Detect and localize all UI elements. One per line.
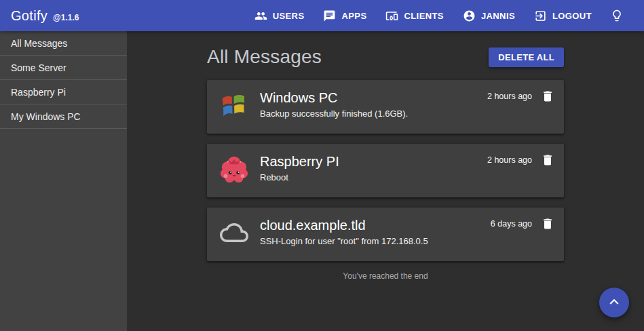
message-timestamp: 2 hours ago — [487, 90, 532, 103]
brand: Gotify @1.1.6 — [11, 8, 79, 24]
nav-account-label: JANNIS — [481, 11, 515, 21]
message-timestamp: 2 hours ago — [487, 153, 532, 167]
nav-apps-label: APPS — [341, 11, 366, 21]
nav-logout-label: LOGOUT — [552, 11, 592, 21]
top-nav: USERS APPS CLIENTS JANNIS LOGOUT — [247, 3, 628, 28]
chevron-up-icon — [605, 293, 623, 313]
apps-icon — [323, 9, 336, 22]
sidebar-item-my-windows-pc[interactable]: My Windows PC — [0, 104, 127, 129]
message-timestamp: 6 days ago — [491, 217, 532, 231]
nav-users-label: USERS — [273, 11, 305, 21]
message-list: Windows PC Backup successfully finished … — [207, 80, 564, 261]
raspberry-logo — [219, 153, 250, 184]
sidebar-item-label: All Messages — [11, 38, 67, 49]
message-card-cloud: cloud.example.tld SSH-Login for user "ro… — [207, 208, 564, 261]
sidebar-item-some-server[interactable]: Some Server — [0, 56, 127, 80]
logout-icon — [534, 9, 547, 22]
app-version: @1.1.6 — [53, 13, 79, 22]
app-title: Gotify — [11, 8, 48, 24]
trash-icon — [541, 153, 554, 167]
message-card-raspberry-pi: Raspberry PI Reboot 2 hours ago — [207, 144, 564, 197]
sidebar-item-raspberry-pi[interactable]: Raspberry Pi — [0, 80, 127, 104]
trash-icon — [541, 90, 554, 103]
theme-toggle-button[interactable] — [603, 3, 628, 28]
nav-apps-button[interactable]: APPS — [316, 4, 374, 28]
message-body: Reboot — [260, 172, 487, 182]
message-title: Windows PC — [260, 89, 487, 106]
nav-users-button[interactable]: USERS — [247, 4, 312, 28]
sidebar-item-label: Some Server — [11, 62, 67, 73]
clients-icon — [385, 9, 398, 22]
account-icon — [463, 9, 476, 22]
lightbulb-icon — [610, 9, 624, 22]
app-bar: Gotify @1.1.6 USERS APPS CLIENTS JANNIS — [0, 0, 644, 31]
sidebar-item-label: My Windows PC — [11, 111, 81, 122]
message-title: Raspberry PI — [260, 153, 487, 170]
nav-account-button[interactable]: JANNIS — [455, 4, 523, 28]
users-icon — [254, 9, 267, 22]
nav-logout-button[interactable]: LOGOUT — [527, 4, 599, 28]
sidebar: All Messages Some Server Raspberry Pi My… — [0, 31, 127, 331]
nav-clients-label: CLIENTS — [404, 11, 443, 21]
sidebar-item-all-messages[interactable]: All Messages — [0, 31, 127, 56]
message-body: SSH-Login for user "root" from 172.168.0… — [260, 236, 491, 246]
trash-icon — [541, 217, 554, 231]
message-body: Backup successfully finished (1.6GB). — [260, 109, 487, 119]
windows-logo — [219, 90, 250, 121]
sidebar-item-label: Raspberry Pi — [11, 87, 66, 98]
delete-message-button[interactable] — [541, 217, 554, 231]
scroll-to-top-button[interactable] — [599, 288, 629, 317]
delete-message-button[interactable] — [541, 90, 554, 103]
nav-clients-button[interactable]: CLIENTS — [378, 4, 451, 28]
main-content: All Messages DELETE ALL — [127, 31, 644, 331]
cloud-icon — [219, 217, 250, 248]
message-title: cloud.example.tld — [260, 216, 491, 234]
delete-all-button[interactable]: DELETE ALL — [489, 47, 564, 67]
end-of-list-text: You've reached the end — [207, 271, 564, 281]
message-card-windows-pc: Windows PC Backup successfully finished … — [207, 80, 564, 134]
page-title: All Messages — [207, 46, 322, 68]
delete-message-button[interactable] — [541, 153, 554, 167]
